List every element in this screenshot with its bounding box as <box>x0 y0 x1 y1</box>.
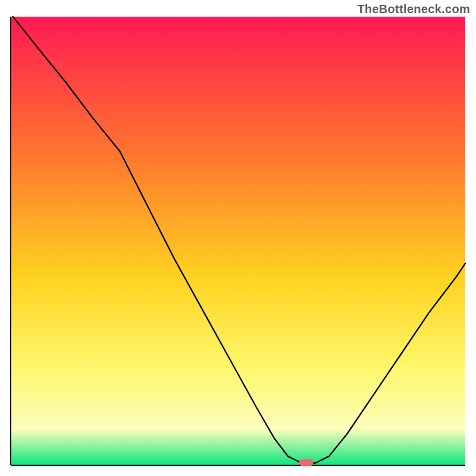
bottleneck-chart <box>0 0 476 476</box>
curve-marker <box>299 459 314 466</box>
plot-background <box>11 17 465 465</box>
chart-container: TheBottleneck.com <box>0 0 476 476</box>
watermark-text: TheBottleneck.com <box>357 2 470 16</box>
